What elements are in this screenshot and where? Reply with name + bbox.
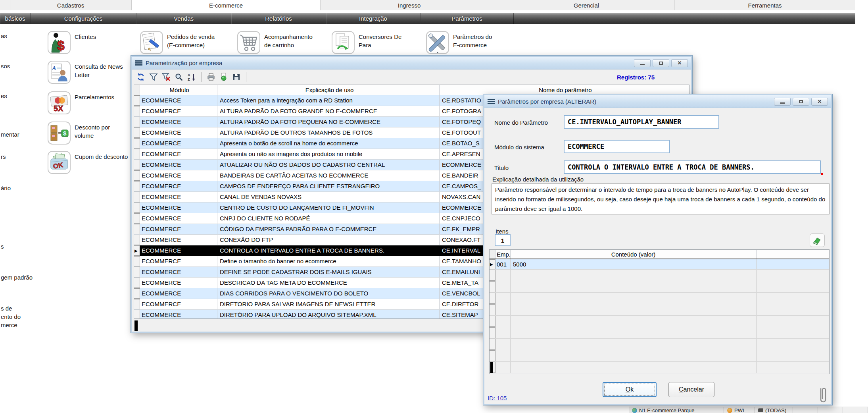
svg-text:A: A — [52, 65, 56, 71]
sidebar-item[interactable]: ento do — [1, 313, 21, 320]
shortcut-desconto-volume[interactable]: = $ Desconto por volume — [48, 122, 110, 145]
registros-link[interactable]: Registros: 75 — [617, 74, 655, 81]
sidebar-item[interactable]: es — [1, 93, 7, 99]
sidebar-item[interactable]: s — [1, 243, 4, 250]
grid-cell-emp — [495, 327, 511, 338]
maximize-icon — [659, 62, 663, 65]
shortcut-acompanhamento-carrinho[interactable]: Acompanhamento de carrinho — [237, 31, 313, 54]
itens-grid-empty-row[interactable] — [490, 327, 829, 339]
header-nome[interactable]: Nome do parâmetro — [440, 85, 689, 95]
search-button[interactable] — [174, 72, 184, 82]
cell-explicacao: DIAS CORRIDOS PARA O VENCIMENTO DO BOLET… — [217, 288, 440, 299]
minimize-icon — [780, 102, 785, 104]
sort-button[interactable]: A Z — [187, 72, 196, 82]
top-tab[interactable]: Gerencial — [498, 0, 675, 10]
shortcut-conversores[interactable]: Conversores De Para — [332, 31, 401, 54]
paperclip-icon[interactable] — [818, 387, 828, 405]
clear-filter-button[interactable] — [161, 72, 171, 82]
id-link[interactable]: ID: 105 — [488, 395, 507, 401]
sidebar-item[interactable]: ário — [1, 185, 11, 191]
row-selector — [134, 127, 140, 138]
cell-modulo: ECOMMERCE — [140, 224, 217, 234]
sidebar-item[interactable]: as — [1, 33, 7, 39]
sidebar-item[interactable]: merce — [1, 322, 17, 328]
grid-header-emp[interactable]: Emp. — [495, 250, 511, 259]
ok-button[interactable]: Ok — [603, 382, 657, 397]
itens-grid-empty-row[interactable] — [490, 293, 829, 304]
filter-button[interactable] — [149, 72, 158, 82]
ribbon-tab[interactable]: Vendas — [136, 13, 231, 24]
header-explicacao[interactable]: Explicação de uso — [217, 85, 440, 95]
shortcut-parametros-ecommerce[interactable]: Parâmetros do E-commerce — [426, 31, 492, 54]
row-selector — [134, 213, 140, 224]
header-modulo[interactable]: Módulo — [140, 85, 217, 95]
clientes-icon: $ — [48, 31, 71, 54]
cell-modulo: ECOMMERCE — [140, 245, 217, 256]
installments-icon: 5X — [48, 91, 71, 114]
sidebar-item[interactable]: s de — [1, 305, 12, 312]
sidebar-item[interactable]: sos — [1, 63, 10, 69]
top-tab[interactable]: Ferramentas — [675, 0, 855, 10]
maximize-button[interactable] — [653, 59, 669, 67]
shortcut-consulta-newsletter[interactable]: A Consulta de News Letter — [48, 61, 123, 84]
explicacao-textarea[interactable]: Parâmetro responsável por determinar o i… — [492, 183, 830, 214]
ribbon-tab[interactable]: Parâmetros — [421, 13, 514, 24]
itens-grid-empty-row[interactable] — [490, 270, 829, 281]
shortcut-label: Parâmetros do E-commerce — [453, 31, 492, 54]
grid-header-selector — [490, 250, 495, 259]
minimize-button[interactable] — [634, 59, 651, 67]
shortcut-cupom-desconto[interactable]: OK Cupom de desconto — [48, 151, 128, 174]
itens-grid-empty-row[interactable] — [490, 350, 829, 362]
itens-grid-empty-row[interactable] — [490, 281, 829, 293]
dialog-minimize-button[interactable] — [774, 98, 791, 106]
clear-items-button[interactable] — [810, 234, 825, 247]
top-tab[interactable]: E-commerce — [131, 0, 321, 10]
status-empty-cell — [818, 407, 843, 413]
top-tab[interactable]: Ingresso — [321, 0, 498, 10]
ribbon-tab[interactable]: Integração — [326, 13, 421, 24]
sidebar-item[interactable]: mentar — [1, 131, 19, 138]
window-menu-icon[interactable] — [135, 60, 142, 66]
status-empty-cell — [793, 407, 818, 413]
ribbon-tab[interactable]: básicos — [0, 13, 31, 24]
dialog-close-button[interactable]: ✕ — [811, 98, 828, 106]
ribbon-tab-label: Vendas — [174, 15, 194, 22]
dialog-maximize-button[interactable] — [793, 98, 809, 106]
volume-discount-icon: = $ — [48, 122, 71, 145]
grid-cell-extra — [757, 339, 829, 350]
ribbon-tab[interactable]: Relatórios — [231, 13, 326, 24]
dialog-titlebar[interactable]: Parâmetros por empresa (ALTERAR) ✕ — [484, 95, 831, 108]
cell-explicacao: CENTRO DE CUSTO DO LANÇAMENTO DE FI_MOVF… — [217, 203, 440, 213]
ribbon-tab[interactable]: Configurações — [31, 13, 136, 24]
titulo-field[interactable]: CONTROLA O INTERVALO ENTRE A TROCA DE BA… — [564, 160, 821, 174]
itens-count-field[interactable]: 1 — [495, 234, 511, 246]
dialog-menu-icon[interactable] — [488, 99, 495, 104]
window-titlebar[interactable]: Parametrização por empresa ✕ — [132, 57, 691, 69]
shortcut-clientes[interactable]: $ Clientes — [48, 31, 96, 54]
close-icon: ✕ — [818, 98, 822, 104]
sidebar-item[interactable]: rs — [1, 153, 6, 160]
itens-grid-empty-row[interactable] — [490, 339, 829, 350]
grid-header-extra — [757, 250, 829, 259]
itens-grid-empty-row[interactable] — [490, 304, 829, 316]
save-button[interactable] — [232, 72, 241, 82]
itens-grid-empty-row[interactable] — [490, 362, 829, 373]
nome-parametro-field[interactable]: CE.INTERVALO_AUTOPLAY_BANNER — [564, 115, 719, 129]
itens-grid-row[interactable]: 001 5000 — [490, 259, 829, 270]
cancel-button[interactable]: Cancelar — [668, 382, 714, 397]
export-button[interactable] — [219, 72, 229, 82]
dialog-title: Parâmetros por empresa (ALTERAR) — [498, 98, 596, 105]
refresh-button[interactable] — [136, 72, 146, 82]
shortcut-pedidos-venda[interactable]: Pedidos de venda (E-commerce) — [140, 31, 215, 54]
shortcut-label: Pedidos de venda (E-commerce) — [167, 31, 215, 54]
row-selector — [134, 181, 140, 191]
print-button[interactable] — [206, 72, 216, 82]
sidebar-item[interactable]: gem padrão — [1, 274, 33, 281]
itens-grid-empty-row[interactable] — [490, 316, 829, 327]
grid-header-conteudo[interactable]: Conteúdo (valor) — [511, 250, 757, 259]
close-button[interactable]: ✕ — [671, 59, 688, 67]
shortcut-parcelamentos[interactable]: 5X Parcelamentos — [48, 91, 114, 114]
modulo-sistema-field[interactable]: ECOMMERCE — [564, 140, 670, 153]
top-tab[interactable]: Cadastros — [10, 0, 131, 10]
top-tab[interactable] — [0, 0, 10, 10]
